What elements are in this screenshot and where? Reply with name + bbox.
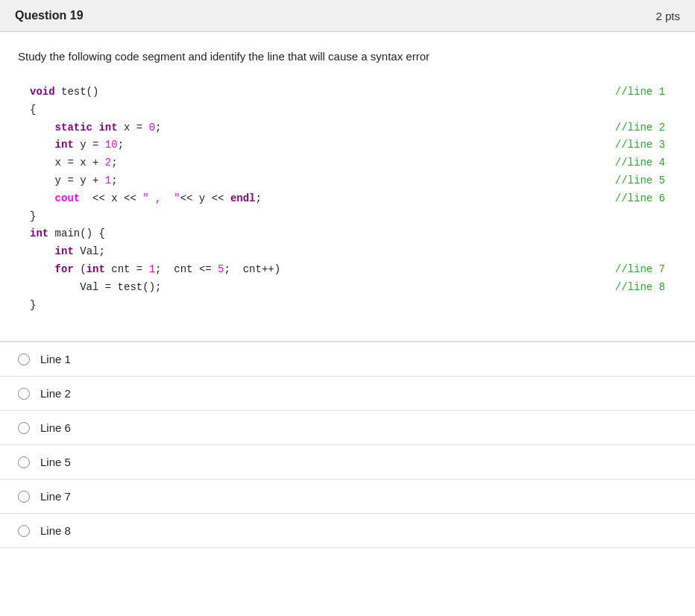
code-line-brace1: { bbox=[30, 101, 665, 119]
code-line-brace3: } bbox=[30, 297, 665, 315]
radio-opt1[interactable] bbox=[18, 353, 30, 365]
option-label-opt6: Line 8 bbox=[40, 524, 71, 537]
comment-line5: //line 5 bbox=[615, 172, 665, 190]
comment-line4: //line 4 bbox=[615, 154, 665, 172]
options-list: Line 1Line 2Line 6Line 5Line 7Line 8 bbox=[0, 342, 695, 548]
code-line-brace2: } bbox=[30, 208, 665, 226]
code-line-5: y = y + 1; //line 5 bbox=[30, 172, 665, 190]
comment-line8: //line 8 bbox=[615, 279, 665, 297]
code-line-1: void test() //line 1 bbox=[30, 84, 665, 101]
option-label-opt3: Line 6 bbox=[40, 421, 71, 434]
code-line-2: static int x = 0; //line 2 bbox=[30, 119, 665, 137]
code-line-3: int y = 10; //line 3 bbox=[30, 136, 665, 154]
option-item-2[interactable]: Line 2 bbox=[0, 377, 695, 411]
radio-opt5[interactable] bbox=[18, 491, 30, 503]
option-label-opt2: Line 2 bbox=[40, 387, 71, 400]
option-item-5[interactable]: Line 7 bbox=[0, 480, 695, 514]
radio-opt6[interactable] bbox=[18, 525, 30, 537]
question-prompt: Study the following code segment and ide… bbox=[18, 50, 677, 63]
comment-line3: //line 3 bbox=[615, 136, 665, 154]
code-line-8: Val = test(); //line 8 bbox=[30, 279, 665, 297]
comment-line1: //line 1 bbox=[615, 84, 665, 101]
option-label-opt1: Line 1 bbox=[40, 353, 71, 365]
option-item-6[interactable]: Line 8 bbox=[0, 514, 695, 548]
question-points: 2 pts bbox=[655, 10, 680, 22]
code-line-val: int Val; bbox=[30, 243, 665, 261]
option-label-opt4: Line 5 bbox=[40, 456, 71, 468]
option-item-1[interactable]: Line 1 bbox=[0, 342, 695, 377]
option-item-4[interactable]: Line 5 bbox=[0, 445, 695, 480]
code-block: void test() //line 1 { static int x = 0;… bbox=[18, 76, 677, 321]
code-line-main: int main() { bbox=[30, 225, 665, 243]
question-header: Question 19 2 pts bbox=[0, 0, 695, 32]
comment-line7: //line 7 bbox=[615, 261, 665, 279]
question-body: Study the following code segment and ide… bbox=[0, 32, 695, 341]
radio-opt4[interactable] bbox=[18, 456, 30, 468]
radio-opt3[interactable] bbox=[18, 422, 30, 434]
keyword-void: void bbox=[30, 86, 55, 98]
option-label-opt5: Line 7 bbox=[40, 490, 71, 503]
option-item-3[interactable]: Line 6 bbox=[0, 411, 695, 445]
question-title: Question 19 bbox=[15, 9, 84, 22]
code-line-4: x = x + 2; //line 4 bbox=[30, 154, 665, 172]
radio-opt2[interactable] bbox=[18, 388, 30, 400]
code-line-7: for (int cnt = 1; cnt <= 5; cnt++) //lin… bbox=[30, 261, 665, 279]
code-line-6: cout << x << " , "<< y << endl; //line 6 bbox=[30, 190, 665, 208]
comment-line2: //line 2 bbox=[615, 119, 665, 137]
comment-line6: //line 6 bbox=[615, 190, 665, 208]
